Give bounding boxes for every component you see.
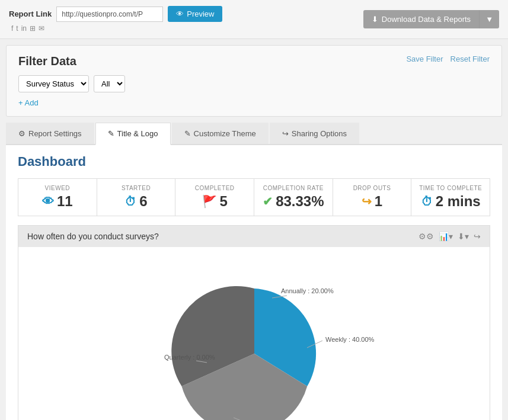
report-link-area: Report Link 👁 Preview f t in ⊞ ✉ bbox=[9, 6, 222, 33]
stat-started-label: STARTED bbox=[122, 185, 151, 191]
stat-time-label: TIME TO COMPLETE bbox=[419, 185, 482, 191]
email-icon[interactable]: ✉ bbox=[39, 24, 44, 33]
chevron-down-icon: ▼ bbox=[485, 15, 493, 24]
tab-report-settings[interactable]: ⚙ Report Settings bbox=[6, 123, 94, 144]
chart-tool-icon[interactable]: 📊▾ bbox=[439, 232, 453, 241]
preview-button[interactable]: 👁 Preview bbox=[168, 6, 222, 22]
started-icon: ⏱ bbox=[124, 195, 136, 209]
stat-dropouts: DROP OUTS ↪ 1 bbox=[333, 179, 412, 216]
top-bar: Report Link 👁 Preview f t in ⊞ ✉ ⬇ Downl… bbox=[0, 0, 508, 39]
tab-customize-theme-label: Customize Theme bbox=[194, 129, 256, 138]
viewed-count: 11 bbox=[57, 193, 73, 210]
twitter-icon[interactable]: t bbox=[16, 24, 18, 33]
viewed-icon: 👁 bbox=[42, 195, 54, 209]
time-count: 2 mins bbox=[436, 193, 481, 210]
eye-icon: 👁 bbox=[176, 9, 184, 18]
settings-tool-icon[interactable]: ⚙⚙ bbox=[418, 232, 434, 241]
dropout-count: 1 bbox=[375, 193, 382, 210]
reset-filter-link[interactable]: Reset Filter bbox=[451, 54, 490, 63]
download-tool-icon[interactable]: ⬇▾ bbox=[458, 232, 469, 241]
stat-completed-value: 🚩 5 bbox=[202, 193, 228, 210]
tab-sharing-options-label: Sharing Options bbox=[292, 129, 347, 138]
grid-icon[interactable]: ⊞ bbox=[30, 24, 36, 33]
completion-rate-icon: ✔ bbox=[263, 194, 273, 209]
survey-status-dropdown[interactable]: Survey Status bbox=[18, 75, 89, 92]
dropout-icon: ↪ bbox=[362, 194, 372, 209]
dashboard-title: Dashboard bbox=[18, 154, 490, 169]
stat-viewed-value: 👁 11 bbox=[42, 193, 73, 210]
tabs: ⚙ Report Settings ✎ Title & Logo ✎ Custo… bbox=[6, 123, 502, 145]
chart-container: Weekly : 40.00% Monthly : 40.00% Annuall… bbox=[18, 247, 490, 420]
social-icons: f t in ⊞ ✉ bbox=[11, 24, 222, 33]
customize-icon: ✎ bbox=[184, 129, 191, 138]
stat-time-value: ⏱ 2 mins bbox=[421, 193, 481, 210]
stat-time: TIME TO COMPLETE ⏱ 2 mins bbox=[411, 179, 490, 216]
question-text: How often do you conduct surveys? bbox=[27, 232, 159, 241]
filter-actions: Save Filter Reset Filter bbox=[406, 54, 490, 63]
question-header: How often do you conduct surveys? ⚙⚙ 📊▾ … bbox=[18, 226, 490, 247]
download-label: Download Data & Reports bbox=[382, 15, 471, 24]
add-filter-button[interactable]: + Add bbox=[18, 98, 39, 107]
filter-row: Survey Status All bbox=[18, 75, 490, 92]
completed-icon: 🚩 bbox=[202, 194, 217, 209]
tab-title-logo-label: Title & Logo bbox=[117, 129, 158, 138]
completed-count: 5 bbox=[220, 193, 228, 210]
question-tools: ⚙⚙ 📊▾ ⬇▾ ↪ bbox=[418, 232, 481, 241]
stats-row: VIEWED 👁 11 STARTED ⏱ 6 COMPLETED 🚩 5 CO… bbox=[18, 178, 490, 216]
stat-started-value: ⏱ 6 bbox=[124, 193, 147, 210]
stat-dropouts-label: DROP OUTS bbox=[353, 185, 391, 191]
annually-label: Annually : 20.00% bbox=[281, 287, 334, 294]
edit-icon: ✎ bbox=[108, 129, 114, 138]
question-section: How often do you conduct surveys? ⚙⚙ 📊▾ … bbox=[18, 225, 490, 420]
stat-started: STARTED ⏱ 6 bbox=[97, 179, 176, 216]
pie-chart: Weekly : 40.00% Monthly : 40.00% Annuall… bbox=[130, 259, 379, 420]
tab-report-settings-label: Report Settings bbox=[28, 129, 82, 138]
stat-viewed: VIEWED 👁 11 bbox=[18, 179, 97, 216]
stat-completed-label: COMPLETED bbox=[195, 185, 235, 191]
gear-icon: ⚙ bbox=[18, 129, 25, 138]
report-link-label: Report Link bbox=[9, 9, 52, 18]
stat-dropouts-value: ↪ 1 bbox=[362, 193, 382, 210]
download-dropdown-button[interactable]: ▼ bbox=[479, 10, 499, 28]
weekly-label: Weekly : 40.00% bbox=[325, 336, 375, 343]
linkedin-icon[interactable]: in bbox=[21, 24, 27, 33]
completion-rate-count: 83.33% bbox=[276, 193, 324, 210]
started-count: 6 bbox=[139, 193, 147, 210]
facebook-icon[interactable]: f bbox=[11, 24, 13, 33]
tab-title-logo[interactable]: ✎ Title & Logo bbox=[95, 123, 171, 145]
filter-section: Filter Data Save Filter Reset Filter Sur… bbox=[6, 45, 502, 117]
report-link-input[interactable] bbox=[56, 7, 163, 22]
stat-completion-rate-label: COMPLETION RATE bbox=[263, 185, 324, 191]
stat-completed: COMPLETED 🚩 5 bbox=[175, 179, 254, 216]
filter-value-dropdown[interactable]: All bbox=[94, 75, 125, 92]
stat-viewed-label: VIEWED bbox=[45, 185, 70, 191]
download-area: ⬇ Download Data & Reports ▼ bbox=[363, 10, 499, 28]
time-icon: ⏱ bbox=[421, 195, 433, 209]
dashboard-area: Dashboard VIEWED 👁 11 STARTED ⏱ 6 COMPLE… bbox=[6, 145, 502, 420]
quarterly-label: Quarterly : 0.00% bbox=[164, 354, 215, 361]
tab-customize-theme[interactable]: ✎ Customize Theme bbox=[172, 123, 269, 144]
share-tool-icon[interactable]: ↪ bbox=[474, 232, 481, 241]
filter-title: Filter Data bbox=[18, 54, 76, 68]
download-button[interactable]: ⬇ Download Data & Reports bbox=[363, 10, 479, 28]
download-icon: ⬇ bbox=[372, 15, 378, 24]
stat-completion-rate: COMPLETION RATE ✔ 83.33% bbox=[254, 179, 333, 216]
preview-label: Preview bbox=[187, 9, 214, 18]
tab-sharing-options[interactable]: ↪ Sharing Options bbox=[270, 123, 359, 144]
share-icon: ↪ bbox=[282, 129, 289, 138]
stat-completion-rate-value: ✔ 83.33% bbox=[263, 193, 324, 210]
filter-header: Filter Data Save Filter Reset Filter bbox=[18, 54, 490, 75]
save-filter-link[interactable]: Save Filter bbox=[406, 54, 443, 63]
